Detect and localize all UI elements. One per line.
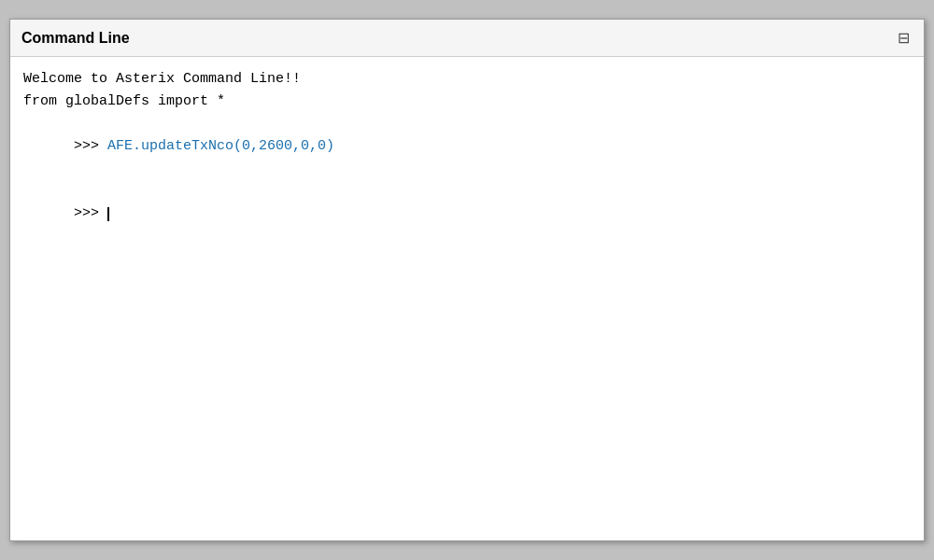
command-line-window: Command Line ⊟ Welcome to Asterix Comman… [9,19,925,541]
console-line-active[interactable]: >>> [23,180,911,247]
console-output[interactable]: Welcome to Asterix Command Line!! from g… [10,57,924,540]
console-line-command: >>> AFE.updateTxNco(0,2600,0,0) [23,113,911,180]
prompt-symbol-1: >>> [74,138,107,154]
window-dock-icon[interactable]: ⊟ [894,29,913,48]
window-title: Command Line [21,30,130,47]
prompt-symbol-2: >>> [74,205,107,221]
prompt-code-1: AFE.updateTxNco(0,2600,0,0) [107,138,334,154]
console-line-welcome: Welcome to Asterix Command Line!! [23,68,911,91]
title-bar: Command Line ⊟ [10,20,924,57]
cursor-blink [107,207,109,221]
console-line-import: from globalDefs import * [23,91,911,113]
